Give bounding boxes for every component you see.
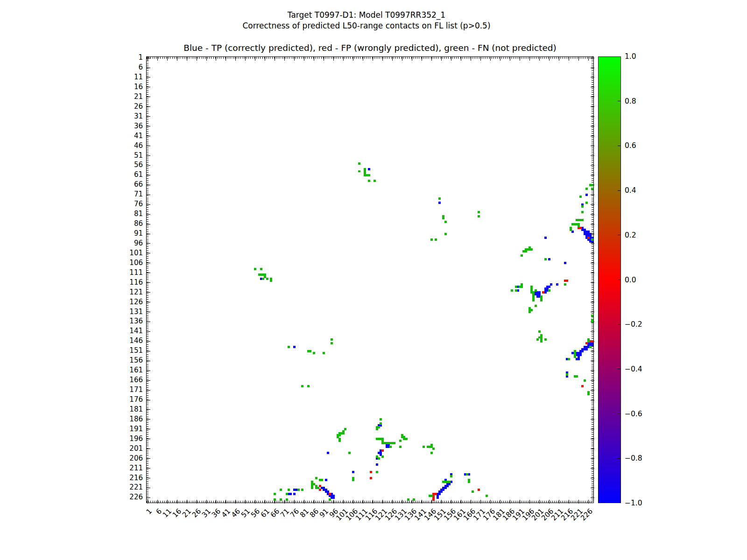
colorbar-tick-label: −1.0 (625, 499, 653, 507)
data-point-fn (521, 286, 523, 288)
y-axis-tick-label: 211 (115, 464, 143, 472)
data-point-tp (437, 497, 439, 499)
data-point-fn (317, 487, 319, 489)
data-point-fn (338, 440, 341, 442)
y-axis-tick-label: 196 (115, 435, 143, 442)
data-point-fn (376, 471, 378, 473)
y-axis-tick-label: 131 (115, 308, 143, 315)
y-axis-tick-label: 186 (115, 415, 143, 423)
y-axis-tick-label: 161 (115, 366, 143, 374)
data-point-fn (368, 180, 370, 182)
data-point-fn (570, 229, 572, 231)
data-point-fp (591, 340, 593, 343)
data-point-tp (438, 202, 441, 204)
data-point-fn (307, 385, 310, 387)
contact-map-plot (146, 56, 594, 503)
data-point-tp (293, 493, 296, 495)
data-point-fn (540, 299, 543, 301)
data-point-fn (393, 442, 395, 444)
data-point-fn (423, 446, 425, 448)
y-axis-tick-label: 191 (115, 425, 143, 433)
y-axis-tick-label: 66 (115, 181, 143, 188)
y-axis-tick-label: 21 (115, 93, 143, 100)
data-point-fp (581, 385, 584, 387)
data-point-tp (332, 497, 335, 499)
data-point-fp (435, 493, 437, 495)
data-point-fn (430, 452, 433, 454)
data-point-fn (478, 211, 480, 213)
data-point-fn (262, 278, 264, 280)
data-point-fn (466, 473, 468, 476)
data-point-tp (376, 463, 378, 466)
y-axis-tick-label: 31 (115, 112, 143, 120)
data-point-fn (521, 254, 523, 257)
data-point-fn (381, 455, 384, 458)
data-point-tp (289, 493, 292, 495)
y-axis-tick-label: 101 (115, 249, 143, 257)
data-point-fn (315, 477, 317, 479)
right-axis-minor-ticks (592, 57, 593, 503)
data-point-fn (581, 219, 584, 221)
data-point-tp (352, 471, 354, 473)
y-axis-tick-label: 16 (115, 83, 143, 91)
data-point-fp (587, 237, 590, 239)
data-point-fn (511, 289, 513, 292)
y-axis-tick-label: 176 (115, 396, 143, 403)
data-point-fn (591, 315, 593, 317)
data-point-fn (589, 346, 592, 348)
data-point-fn (342, 432, 345, 434)
data-point-fn (405, 438, 408, 440)
data-point-fn (430, 238, 433, 241)
data-point-tp (585, 348, 588, 350)
data-point-fn (535, 305, 537, 307)
y-axis-tick-label: 1 (115, 54, 143, 61)
data-point-fn (311, 487, 313, 489)
data-point-fn (435, 238, 437, 241)
y-axis-tick-label: 206 (115, 455, 143, 462)
bottom-axis-minor-ticks (147, 501, 593, 503)
data-point-fn (348, 452, 351, 454)
colorbar-tick-label: −0.4 (625, 365, 653, 373)
colorbar-tick-label: 0.6 (625, 142, 653, 149)
data-point-fp (370, 471, 372, 473)
data-point-fn (529, 311, 531, 313)
y-axis-tick-label: 76 (115, 200, 143, 208)
data-point-tp (578, 358, 580, 360)
figure-canvas: Target T0997-D1: Model T0997RR352_1 Corr… (0, 0, 747, 560)
y-axis-tick-label: 156 (115, 357, 143, 364)
y-axis-tick-label: 106 (115, 259, 143, 266)
data-point-fn (536, 338, 539, 341)
data-point-fp (542, 291, 544, 294)
y-axis-tick-label: 6 (115, 63, 143, 71)
data-point-fn (548, 289, 550, 292)
figure-suptitle-line2: Correctness of predicted L50-range conta… (0, 21, 733, 30)
data-point-fn (438, 197, 441, 200)
data-point-fn (540, 340, 543, 343)
data-point-fn (525, 250, 527, 252)
data-point-tp (548, 258, 550, 260)
data-point-fn (442, 217, 444, 219)
y-axis-tick-label: 181 (115, 406, 143, 413)
y-axis-tick-label: 221 (115, 483, 143, 491)
data-point-tp (293, 346, 296, 348)
y-axis-tick-label: 121 (115, 288, 143, 296)
y-axis-tick-label: 61 (115, 171, 143, 178)
y-axis-tick-label: 91 (115, 230, 143, 237)
y-axis-tick-label: 71 (115, 190, 143, 198)
data-point-fn (399, 446, 402, 448)
data-point-fp (381, 449, 384, 452)
data-point-tp (325, 479, 327, 481)
y-axis-tick-label: 96 (115, 239, 143, 247)
data-point-fn (280, 498, 282, 501)
data-point-fn (576, 375, 578, 378)
data-point-fn (564, 283, 566, 286)
data-point-fn (301, 385, 303, 387)
data-point-fn (587, 393, 590, 395)
data-point-fn (352, 479, 354, 481)
data-point-tp (368, 168, 370, 170)
data-point-fn (448, 481, 451, 483)
data-point-fn (544, 338, 547, 341)
data-point-fn (288, 489, 290, 491)
data-point-fn (587, 340, 590, 343)
data-point-fn (538, 330, 541, 333)
